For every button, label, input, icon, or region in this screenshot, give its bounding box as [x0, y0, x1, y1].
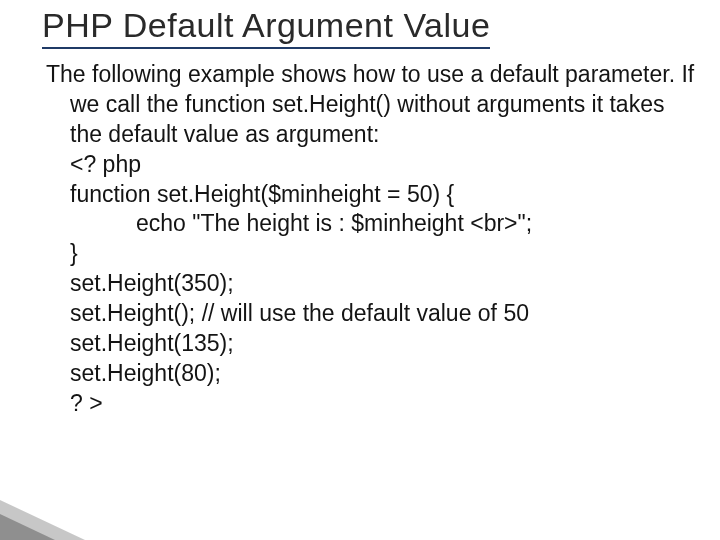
code-line-open-tag: <? php [46, 150, 700, 180]
intro-paragraph: The following example shows how to use a… [46, 60, 700, 150]
slide: PHP Default Argument Value The following… [0, 0, 720, 540]
decorative-corner [0, 500, 85, 540]
code-line-echo: echo "The height is : $minheight <br>"; [46, 209, 700, 239]
code-line-call-135: set.Height(135); [46, 329, 700, 359]
code-line-call-80: set.Height(80); [46, 359, 700, 389]
code-line-call-350: set.Height(350); [46, 269, 700, 299]
slide-body: The following example shows how to use a… [46, 60, 700, 419]
code-line-call-default: set.Height(); // will use the default va… [46, 299, 700, 329]
code-line-close-tag: ? > [46, 389, 700, 419]
code-line-function-decl: function set.Height($minheight = 50) { [46, 180, 700, 210]
code-line-close-brace: } [46, 239, 700, 269]
page-title: PHP Default Argument Value [42, 6, 490, 49]
